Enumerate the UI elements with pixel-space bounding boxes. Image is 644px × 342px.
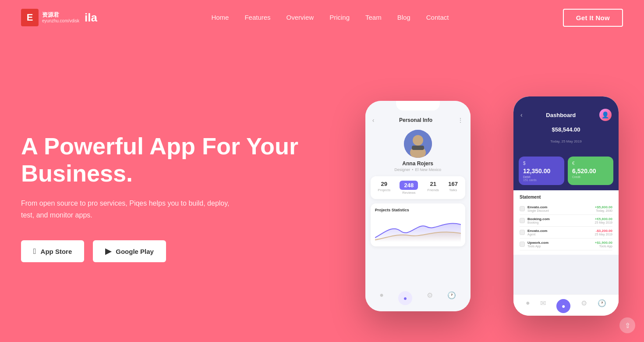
p1-talks-num: 167 (448, 181, 458, 187)
p2-stmt-3: Envato.com Agent -$3,200.00 25 May 2019 (520, 227, 612, 239)
p2-statement-title: Statement (520, 195, 612, 200)
p2-time-nav[interactable]: 🕐 (598, 299, 606, 313)
p2-stmt-2-info: Booking.com Booking (527, 217, 550, 224)
nav-blog[interactable]: Blog (397, 14, 410, 21)
phone-2-screen: ‹ Dashboard 👤 $58,544.00 Today, 25 May 2… (513, 96, 619, 316)
phone-1-screen: ‹ Personal Info ⋮ Anna Rojers (365, 101, 471, 311)
p2-stmt-1-right: +$5,800.00 Today, 2000 (595, 205, 612, 212)
p1-time-nav[interactable]: 🕐 (447, 291, 456, 305)
p2-stmt-3-name: Envato.com (527, 229, 547, 233)
p1-stat-talks: 167 Talks (448, 181, 458, 195)
get-it-now-button[interactable]: Get It Now (563, 9, 623, 27)
p2-active-nav[interactable]: ● (556, 299, 570, 313)
nav-home[interactable]: Home (211, 14, 229, 21)
p2-stmt-1: Envato.com Single Discount +$5,800.00 To… (520, 203, 612, 215)
p1-projects-label: Projects (378, 188, 390, 192)
p1-name: Anna Rojers (402, 160, 433, 167)
p1-title: Personal Info (374, 117, 457, 123)
nav-pricing[interactable]: Pricing (329, 14, 350, 21)
nav-contact[interactable]: Contact (426, 14, 449, 21)
p1-chart (375, 216, 461, 242)
googleplay-label: Google Play (116, 248, 154, 255)
googleplay-button[interactable]: ▶ Google Play (93, 240, 166, 262)
chevron-up-icon: ⇧ (625, 321, 630, 330)
p2-stmt-4-name: Upwork.com (527, 241, 548, 245)
p2-home-nav[interactable]: ● (526, 299, 530, 313)
p2-settings-nav[interactable]: ⚙ (581, 299, 587, 313)
p2-stmt-3-info: Envato.com Agent (527, 229, 547, 236)
p2-stmt-2-icon (520, 218, 525, 223)
p2-stmt-1-name: Envato.com (527, 205, 549, 209)
p1-menu-icon: ⋮ (457, 117, 464, 124)
appstore-button[interactable]:  App Store (21, 240, 84, 262)
p2-header-top: ‹ Dashboard 👤 (520, 109, 612, 121)
p2-stmt-3-sub: Agent (527, 233, 547, 236)
appstore-label: App Store (41, 248, 72, 255)
logo[interactable]: E 资源君 eyunzhu.com/vdisk ila (21, 9, 97, 26)
p1-avatar (404, 130, 432, 158)
p2-dashboard-title: Dashboard (546, 112, 576, 118)
phone-1: ‹ Personal Info ⋮ Anna Rojers (365, 101, 471, 311)
p2-debit-icon: $ (523, 161, 560, 166)
p2-stmt-2-amount: +€5,800.00 (595, 217, 612, 221)
svg-point-1 (413, 135, 423, 146)
p1-friends-label: Friends (427, 188, 439, 192)
p2-stmt-4-sub: Tools App (527, 245, 548, 248)
p2-stmt-2-date: 25 May 2019 (595, 221, 612, 224)
p1-settings-nav[interactable]: ⚙ (427, 291, 433, 305)
nav-team[interactable]: Team (365, 14, 382, 21)
p2-stmt-3-amount: -$3,200.00 (595, 229, 612, 233)
p2-credit-amount: 6,520.00 (572, 167, 609, 175)
nav-features[interactable]: Features (244, 14, 270, 21)
svg-rect-3 (412, 146, 424, 150)
nav-links: Home Features Overview Pricing Team Blog… (211, 14, 449, 21)
p1-active-nav[interactable]: ● (398, 291, 412, 305)
p2-stmt-3-right: -$3,200.00 25 May 2019 (595, 229, 612, 236)
p1-projects-num: 29 (381, 181, 387, 187)
p1-chart-title: Projects Statistics (375, 208, 461, 212)
p1-home-nav[interactable]: ● (379, 291, 384, 305)
p2-statement-section: Statement Envato.com Single Discount +$5… (513, 190, 619, 255)
p1-stats: 29 Projects 248 Reviews 21 Friends 167 T… (371, 176, 465, 199)
p2-stmt-3-date: 25 May 2019 (595, 233, 612, 236)
p2-stmt-2-left: Booking.com Booking (520, 217, 550, 224)
p2-stmt-4-icon (520, 242, 525, 247)
p1-avatar-section: Anna Rojers Designer • El New Mexico (365, 126, 471, 176)
p2-credit-card: € 6,520.00 Credit (568, 157, 613, 185)
p2-total-amount: $58,544.00 (520, 123, 612, 139)
logo-text: 资源君 eyunzhu.com/vdisk (42, 12, 79, 23)
p2-bottom-nav: ● ✉ ● ⚙ 🕐 (513, 294, 619, 316)
p2-stmt-1-sub: Single Discount (527, 209, 549, 212)
p2-stmt-4-amount: +$1,900.00 (595, 241, 612, 245)
p2-debit-amount: 12,350.00 (523, 167, 560, 175)
phone-1-notch (396, 101, 440, 110)
p2-cards: $ 12,350.00 Debit 151 cards € 6,520.00 C… (513, 157, 619, 190)
nav-overview[interactable]: Overview (287, 14, 314, 21)
p1-reviews-label: Reviews (402, 191, 415, 195)
hero-buttons:  App Store ▶ Google Play (21, 240, 352, 262)
p2-msg-nav[interactable]: ✉ (540, 299, 546, 313)
p2-stmt-3-left: Envato.com Agent (520, 229, 547, 236)
logo-icon: E (21, 9, 39, 26)
p2-debit-label: Debit (523, 175, 560, 178)
p2-stmt-2-right: +€5,800.00 25 May 2019 (595, 217, 612, 224)
p2-date: Today, 25 May 2019 (520, 139, 612, 143)
p2-stmt-1-left: Envato.com Single Discount (520, 205, 549, 212)
p2-back-icon: ‹ (520, 111, 523, 118)
p2-stmt-2-name: Booking.com (527, 217, 550, 221)
p1-friends-num: 21 (430, 181, 436, 187)
p2-stmt-4-info: Upwork.com Tools App (527, 241, 548, 248)
p2-stmt-4-date: Tools App (595, 245, 612, 248)
p1-bottom-nav: ● ● ⚙ 🕐 (365, 287, 471, 308)
p1-stat-reviews: 248 Reviews (400, 181, 418, 195)
p1-talks-label: Talks (449, 188, 457, 192)
scroll-up-button[interactable]: ⇧ (619, 317, 635, 333)
logo-appname: ila (85, 11, 97, 25)
p2-stmt-2-sub: Booking (527, 221, 550, 224)
p1-role: Designer • El New Mexico (394, 167, 441, 172)
play-icon: ▶ (105, 246, 111, 256)
p1-stat-projects: 29 Projects (378, 181, 390, 195)
p2-stmt-1-icon (520, 206, 525, 211)
p2-stmt-4: Upwork.com Tools App +$1,900.00 Tools Ap… (520, 239, 612, 250)
p2-stmt-1-date: Today, 2000 (595, 209, 612, 212)
